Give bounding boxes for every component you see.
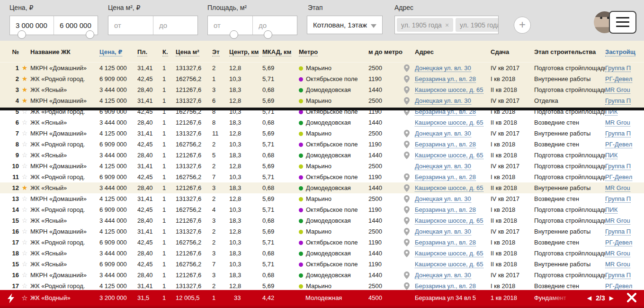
developer-link[interactable]: MR Grou [605,215,644,226]
address-link[interactable]: Каширское шоссе, д. 65 [415,84,490,95]
star-icon[interactable]: ☆ [20,172,29,182]
address-link[interactable]: Каширское шоссе, д. 65 [415,182,490,193]
star-icon[interactable]: ★ [20,95,29,106]
table-row[interactable]: 10 ☆ МКРН «Домашний» 4 125 000 31,41 1 1… [0,161,644,172]
address-link[interactable]: Каширское шоссе, д. 65 [415,259,490,270]
table-row[interactable]: 9 ☆ ЖК «Ясный» 3 444 000 28,40 1 121267,… [0,150,644,161]
map-pin-icon[interactable] [404,195,410,203]
table-row[interactable]: 4 ★ МКРН «Домашний» 4 125 000 31,41 1 13… [0,95,644,106]
table-row[interactable]: 7 ☆ МКРН «Домашний» 4 125 000 31,41 1 13… [0,128,644,139]
star-icon[interactable]: ☆ [20,139,29,150]
developer-link[interactable]: ПИК [605,204,644,215]
close-icon[interactable] [627,293,636,302]
developer-link[interactable]: Группа П [605,128,644,139]
address-link[interactable]: Донецкая ул. вл. 30 [415,270,490,281]
star-icon[interactable]: ☆ [20,193,29,204]
table-row[interactable]: 6 ☆ ЖК «Ясный» 3 444 000 28,40 1 121267,… [0,117,644,128]
address-link[interactable]: Донецкая ул. вл. 30 [415,95,490,106]
star-icon[interactable]: ☆ [20,161,29,172]
star-icon[interactable]: ☆ [20,248,29,259]
map-pin-icon[interactable] [404,97,410,105]
address-link[interactable]: Каширское шоссе, д. 65 [415,248,490,259]
price-m2-from-input[interactable] [114,21,147,29]
developer-link[interactable]: MR Grou [605,259,644,270]
address-link[interactable]: Каширское шоссе, д. 65 [415,150,490,161]
table-row[interactable]: 1 ★ МКРН «Домашний» 4 125 000 31,41 1 13… [0,63,644,73]
table-row[interactable]: 18 ☆ ЖК «Ясный» 3 444 000 28,40 1 121267… [0,248,644,259]
area-slider-handle-max[interactable] [264,30,272,39]
developer-link[interactable]: Группа П [605,270,644,281]
address-link[interactable]: Берзарина ул., вл. 28 [415,172,490,182]
address-link[interactable]: Берзарина ул., вл. 28 [415,204,490,215]
address-link[interactable]: Донецкая ул. вл. 30 [415,193,490,204]
star-icon[interactable]: ☆ [20,117,29,128]
star-icon[interactable]: ★ [20,182,29,193]
table-row[interactable]: 17 ☆ ЖК «Родной город. 6 909 000 42,45 1… [0,237,644,248]
star-icon[interactable]: ☆ [20,259,29,270]
map-pin-icon[interactable] [404,206,410,214]
table-row[interactable]: 8 ☆ ЖК «Родной город. 6 909 000 42,45 1 … [0,139,644,150]
table-row[interactable]: 15 ☆ ЖК «Ясный» 6 909 000 42,45 1 162756… [0,259,644,270]
map-pin-icon[interactable] [404,239,410,246]
table-row[interactable]: 11 ☆ ЖК «Родной город. 6 909 000 42,45 1… [0,172,644,182]
address-link[interactable]: Каширское шоссе, д. 65 [415,117,490,128]
map-pin-icon[interactable] [404,217,410,225]
developer-link[interactable]: MR Grou [605,248,644,259]
developer-link[interactable]: РГ-Девел [605,139,644,150]
col-header-floor[interactable]: Эт [212,41,228,62]
hamburger-menu-button[interactable] [609,11,636,34]
star-icon[interactable]: ☆ [20,215,29,226]
star-icon[interactable]: ★ [20,63,29,73]
map-pin-icon[interactable] [404,64,410,72]
col-header-rooms[interactable]: К. [162,41,175,62]
table-row[interactable]: 16 ☆ МКРН «Домашний» 3 444 000 28,40 1 1… [0,270,644,281]
map-pin-icon[interactable] [404,75,410,83]
prev-page-icon[interactable]: ◀ [587,290,591,306]
address-link[interactable]: Берзарина ул., вл. 28 [415,73,490,84]
table-row[interactable]: 3 ★ ЖК «Ясный» 3 444 000 28,40 1 121267,… [0,84,644,95]
developer-link[interactable]: ПИК [605,150,644,161]
next-page-icon[interactable]: ▶ [609,290,614,306]
map-pin-icon[interactable] [404,184,410,192]
developer-link[interactable]: MR Grou [605,182,644,193]
table-row[interactable]: 2 ★ ЖК «Родной город. 6 909 000 42,45 1 … [0,73,644,84]
developer-link[interactable]: РГ-Девел [605,172,644,182]
address-link[interactable]: Донецкая ул. вл. 30 [415,226,490,237]
selected-offer-bar[interactable]: ☆ ЖК «Водный» 3 200 000 31,5 1 12 005,5 … [0,290,644,308]
col-header-metro[interactable]: Метро [299,41,367,62]
table-row[interactable]: 16 ☆ МКРН «Домашний» 4 125 000 31,41 1 1… [0,226,644,237]
add-filter-button[interactable]: + [514,17,531,34]
star-icon[interactable]: ☆ [20,150,29,161]
price-from-input[interactable] [16,21,48,29]
star-icon[interactable]: ☆ [20,204,29,215]
map-pin-icon[interactable] [404,86,410,94]
table-row[interactable]: 15 ☆ ЖК «Ясный» 3 444 000 28,40 1 121267… [0,215,644,226]
col-header-price-m2[interactable]: Цена м² [176,41,211,62]
table-row[interactable]: 14 ☆ ЖК «Родной город. 6 909 000 42,45 1… [0,204,644,215]
map-pin-icon[interactable] [404,228,410,236]
col-header-developer[interactable]: Застройщ [605,41,644,62]
star-icon[interactable]: ☆ [20,270,29,281]
map-pin-icon[interactable] [404,282,410,290]
developer-link[interactable]: Группа П [605,63,644,73]
col-header-mkad[interactable]: МКАД, км [262,41,297,62]
address-tag[interactable]: ул. 1905 года × [456,18,499,32]
address-link[interactable]: Берзарина ул., вл. 28 [415,139,490,150]
price-slider-handle-max[interactable] [86,30,94,39]
col-header-price[interactable]: Цена, ₽ [99,41,136,62]
address-link[interactable]: Донецкая ул. вл. 30 [415,161,490,172]
price-slider-handle-min[interactable] [18,30,26,39]
star-icon[interactable]: ★ [20,84,29,95]
col-header-area[interactable]: Пл. [137,41,160,62]
table-row[interactable]: 12 ★ ЖК «Ясный» 3 444 000 28,40 1 121267… [0,182,644,193]
star-icon[interactable]: ☆ [20,226,29,237]
star-icon[interactable]: ★ [20,73,29,84]
developer-link[interactable]: Группа П [605,161,644,172]
map-pin-icon[interactable] [404,173,410,181]
address-link[interactable]: Каширское шоссе, д. 65 [415,215,490,226]
address-tag[interactable]: ул. 1905 года × [397,18,453,32]
area-from-input[interactable] [214,21,247,29]
star-icon[interactable]: ☆ [20,290,29,306]
developer-link[interactable]: Группа П [605,193,644,204]
developer-link[interactable]: РГ-Девел [605,237,644,248]
